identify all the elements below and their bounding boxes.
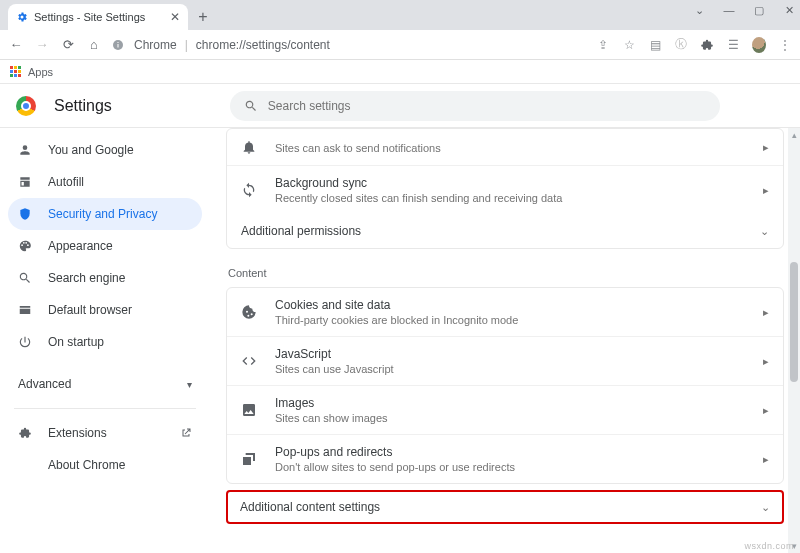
chevron-right-icon: ▸ — [763, 141, 769, 154]
sidebar-item-default-browser[interactable]: Default browser — [8, 294, 202, 326]
cookie-icon — [241, 304, 259, 320]
row-title: Cookies and site data — [275, 298, 747, 312]
image-icon — [241, 402, 259, 418]
site-info-icon[interactable] — [112, 39, 126, 51]
home-icon[interactable]: ⌂ — [86, 37, 102, 52]
sidebar-item-autofill[interactable]: Autofill — [8, 166, 202, 198]
forward-icon: → — [34, 37, 50, 52]
scroll-up-icon[interactable]: ▴ — [788, 128, 800, 142]
scrollbar[interactable]: ▴ ▾ — [788, 128, 800, 553]
chevron-right-icon: ▸ — [763, 355, 769, 368]
origin-chip: Chrome — [134, 38, 177, 52]
browser-tab[interactable]: Settings - Site Settings ✕ — [8, 4, 188, 30]
chevron-down-icon: ▾ — [187, 379, 192, 390]
palette-icon — [18, 239, 34, 253]
sidebar-item-label: Extensions — [48, 426, 107, 440]
kebab-menu-icon[interactable]: ⋮ — [778, 38, 792, 52]
search-settings[interactable] — [230, 91, 720, 121]
row-background-sync[interactable]: Background sync Recently closed sites ca… — [227, 165, 783, 214]
permissions-panel: Sites can ask to send notifications ▸ Ba… — [226, 128, 784, 249]
row-subtitle: Sites can ask to send notifications — [275, 142, 747, 154]
row-title: Images — [275, 396, 747, 410]
search-icon — [244, 99, 258, 113]
sidebar-item-on-startup[interactable]: On startup — [8, 326, 202, 358]
additional-content-settings-toggle[interactable]: Additional content settings ⌄ — [228, 492, 782, 522]
sidebar-item-label: On startup — [48, 335, 104, 349]
row-subtitle: Sites can show images — [275, 412, 747, 424]
sidebar-item-search-engine[interactable]: Search engine — [8, 262, 202, 294]
row-javascript[interactable]: JavaScript Sites can use Javascript ▸ — [227, 336, 783, 385]
code-icon — [241, 353, 259, 369]
row-subtitle: Sites can use Javascript — [275, 363, 747, 375]
row-title: Background sync — [275, 176, 747, 190]
sidebar-item-label: You and Google — [48, 143, 134, 157]
gear-icon — [16, 11, 28, 23]
bookmarks-bar: Apps — [0, 60, 800, 84]
settings-header: Settings — [0, 84, 800, 128]
tab-title: Settings - Site Settings — [34, 11, 145, 23]
row-subtitle: Don't allow sites to send pop-ups or use… — [275, 461, 747, 473]
avatar[interactable] — [752, 38, 766, 52]
row-images[interactable]: Images Sites can show images ▸ — [227, 385, 783, 434]
scroll-thumb[interactable] — [790, 262, 798, 382]
chevron-down-icon: ⌄ — [760, 225, 769, 238]
sidebar-item-extensions[interactable]: Extensions — [8, 417, 202, 449]
sidebar-item-label: About Chrome — [48, 458, 125, 472]
row-cookies[interactable]: Cookies and site data Third-party cookie… — [227, 288, 783, 336]
readmode-icon[interactable]: ▤ — [648, 38, 662, 52]
close-window-icon[interactable]: ✕ — [782, 4, 796, 17]
sidebar-item-label: Autofill — [48, 175, 84, 189]
row-subtitle: Recently closed sites can finish sending… — [275, 192, 747, 204]
content-section-label: Content — [226, 249, 784, 287]
expander-label: Additional content settings — [240, 500, 380, 514]
chrome-logo-icon — [16, 96, 36, 116]
star-icon[interactable]: ☆ — [622, 38, 636, 52]
extensions-puzzle-icon[interactable] — [700, 38, 714, 52]
sidebar-item-label: Search engine — [48, 271, 125, 285]
sidebar-item-security-privacy[interactable]: Security and Privacy — [8, 198, 202, 230]
reload-icon[interactable]: ⟳ — [60, 37, 76, 52]
minimize-icon[interactable]: ― — [722, 4, 736, 17]
sidebar-item-appearance[interactable]: Appearance — [8, 230, 202, 262]
back-icon[interactable]: ← — [8, 37, 24, 52]
browser-icon — [18, 303, 34, 317]
row-subtitle: Third-party cookies are blocked in Incog… — [275, 314, 747, 326]
sync-icon — [241, 182, 259, 198]
shield-icon — [18, 207, 34, 221]
sidebar-item-label: Default browser — [48, 303, 132, 317]
settings-content: Sites can ask to send notifications ▸ Ba… — [210, 128, 800, 553]
close-icon[interactable]: ✕ — [170, 10, 180, 24]
apps-label[interactable]: Apps — [28, 66, 53, 78]
sidebar-item-about-chrome[interactable]: About Chrome — [8, 449, 202, 481]
address-bar[interactable]: Chrome | chrome://settings/content — [112, 38, 586, 52]
reading-list-icon[interactable]: ☰ — [726, 38, 740, 52]
sidebar-item-label: Security and Privacy — [48, 207, 157, 221]
puzzle-icon — [18, 426, 34, 440]
person-icon — [18, 143, 34, 157]
row-notifications[interactable]: Sites can ask to send notifications ▸ — [227, 129, 783, 165]
additional-content-settings-highlight: Additional content settings ⌄ — [226, 490, 784, 524]
chevron-right-icon: ▸ — [763, 184, 769, 197]
additional-permissions-toggle[interactable]: Additional permissions ⌄ — [227, 214, 783, 248]
chevron-down-icon[interactable]: ⌄ — [692, 4, 706, 17]
search-input[interactable] — [268, 99, 706, 113]
popup-icon — [241, 451, 259, 467]
maximize-icon[interactable]: ▢ — [752, 4, 766, 17]
chevron-down-icon: ⌄ — [761, 501, 770, 514]
power-icon — [18, 335, 34, 349]
scroll-track[interactable] — [788, 142, 800, 539]
settings-sidebar: You and Google Autofill Security and Pri… — [0, 128, 210, 553]
chevron-right-icon: ▸ — [763, 453, 769, 466]
share-icon[interactable]: ⇪ — [596, 38, 610, 52]
sidebar-advanced-toggle[interactable]: Advanced ▾ — [8, 368, 202, 400]
sidebar-item-you-and-google[interactable]: You and Google — [8, 134, 202, 166]
url-text: chrome://settings/content — [196, 38, 330, 52]
new-tab-button[interactable]: + — [192, 6, 214, 28]
row-popups[interactable]: Pop-ups and redirects Don't allow sites … — [227, 434, 783, 483]
profile-badge-icon[interactable]: ⓚ — [674, 38, 688, 52]
external-link-icon — [180, 427, 192, 439]
row-title: JavaScript — [275, 347, 747, 361]
watermark: wsxdn.com — [744, 541, 794, 551]
page-title: Settings — [54, 97, 112, 115]
apps-grid-icon[interactable] — [10, 66, 22, 78]
